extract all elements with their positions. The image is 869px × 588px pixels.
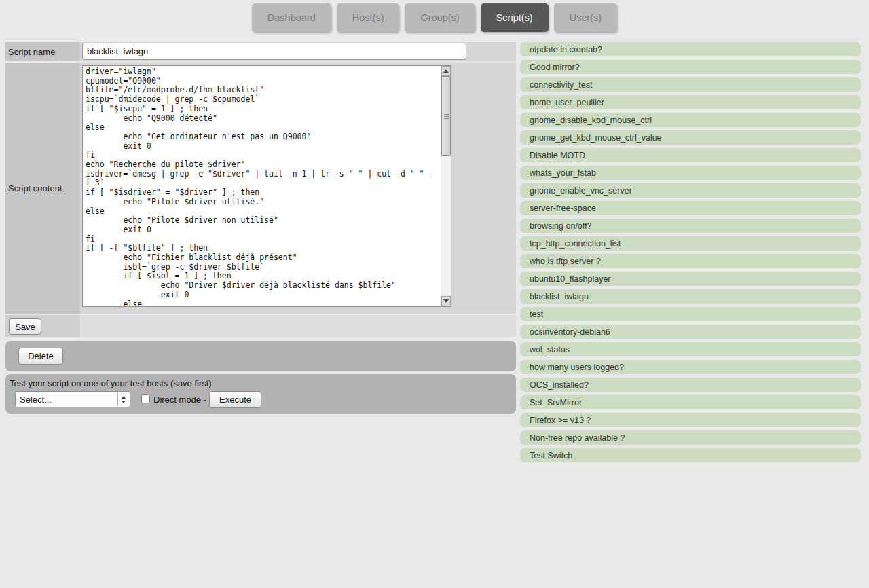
test-panel: Test your script on one of your test hos… <box>5 374 516 414</box>
script-list-item[interactable]: who is tftp server ? <box>520 254 861 268</box>
script-list: ntpdate in crontab?Good mirror?connectiv… <box>520 42 861 466</box>
script-list-item[interactable]: server-free-space <box>520 201 861 215</box>
delete-button[interactable]: Delete <box>18 348 63 365</box>
script-list-item[interactable]: home_user_peullier <box>520 95 861 109</box>
script-list-item[interactable]: gnome_disable_kbd_mouse_ctrl <box>520 113 861 127</box>
tab-bar: DashboardHost(s)Group(s)Script(s)User(s) <box>0 3 869 32</box>
script-list-item[interactable]: ocsinventory-debian6 <box>520 325 861 339</box>
tab-scripts[interactable]: Script(s) <box>481 3 549 32</box>
script-list-item[interactable]: Non-free repo available ? <box>520 430 861 445</box>
script-list-item[interactable]: connectivity_test <box>520 77 861 92</box>
tab-dashboard[interactable]: Dashboard <box>252 3 331 32</box>
scroll-up-button[interactable] <box>441 66 451 76</box>
delete-panel: Delete <box>5 341 516 371</box>
scroll-down-button[interactable] <box>441 296 451 306</box>
scrollbar-grip-icon <box>444 116 449 117</box>
script-list-item[interactable]: gnome_enable_vnc_server <box>520 183 861 198</box>
script-list-item[interactable]: whats_your_fstab <box>520 166 861 180</box>
save-button[interactable]: Save <box>9 318 41 335</box>
script-content-editor: driver="iwlagn" cpumodel="Q9000" blfile=… <box>82 65 451 307</box>
script-name-label: Script name <box>5 42 80 61</box>
tab-users[interactable]: User(s) <box>554 3 618 32</box>
script-list-item[interactable]: gnome_get_kbd_mouse_ctrl_value <box>520 130 861 145</box>
save-row: Save <box>5 315 516 337</box>
direct-mode-label[interactable]: Direct mode - <box>153 394 206 405</box>
tab-hosts[interactable]: Host(s) <box>337 3 400 32</box>
script-list-item[interactable]: test <box>520 307 861 321</box>
textarea-scrollbar[interactable] <box>441 66 451 306</box>
script-content-label: Script content <box>5 63 80 314</box>
save-row-spacer <box>80 315 516 337</box>
scrollbar-track[interactable] <box>441 76 451 296</box>
script-list-item[interactable]: ubuntu10_flashplayer <box>520 272 861 286</box>
script-list-item[interactable]: Good mirror? <box>520 60 861 74</box>
tab-groups[interactable]: Group(s) <box>405 3 475 32</box>
script-list-item[interactable]: Test Switch <box>520 448 861 462</box>
test-prompt-text: Test your script on one of your test hos… <box>10 378 212 388</box>
script-list-item[interactable]: Disable MOTD <box>520 148 861 162</box>
script-list-item[interactable]: wol_status <box>520 342 861 356</box>
script-list-item[interactable]: how many users logged? <box>520 360 861 374</box>
script-content-row: driver="iwlagn" cpumodel="Q9000" blfile=… <box>5 63 516 314</box>
execute-button[interactable]: Execute <box>209 391 261 408</box>
script-content-field-area: driver="iwlagn" cpumodel="Q9000" blfile=… <box>80 63 516 314</box>
scrollbar-thumb[interactable] <box>441 76 451 156</box>
script-list-item[interactable]: tcp_http_connection_list <box>520 236 861 251</box>
script-list-item[interactable]: browsing on/off? <box>520 219 861 233</box>
script-name-field-area <box>80 42 516 61</box>
test-host-select[interactable]: Select... <box>15 391 130 407</box>
script-content-textarea[interactable]: driver="iwlagn" cpumodel="Q9000" blfile=… <box>82 65 451 307</box>
script-name-input[interactable] <box>82 43 466 60</box>
direct-mode-checkbox[interactable] <box>141 394 150 403</box>
script-list-item[interactable]: blacklist_iwlagn <box>520 289 861 304</box>
script-list-item[interactable]: ntpdate in crontab? <box>520 42 861 56</box>
script-name-row: Script name <box>5 42 516 61</box>
script-list-item[interactable]: OCS_installed? <box>520 378 861 392</box>
script-list-item[interactable]: Set_SrvMirror <box>520 395 861 409</box>
script-list-item[interactable]: Firefox >= v13 ? <box>520 413 861 427</box>
test-host-select-wrap: Select... <box>15 391 130 407</box>
